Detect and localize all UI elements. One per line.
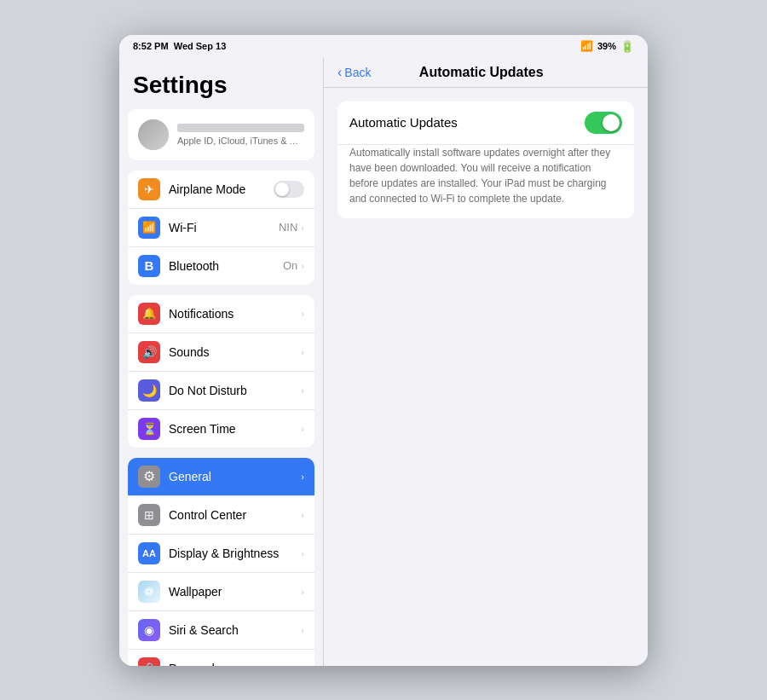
profile-avatar [138,119,169,150]
notifications-label: Notifications [169,307,301,321]
auto-update-row: Automatic Updates [337,101,634,144]
sidebar-item-general[interactable]: ⚙ General › [128,458,314,496]
passcode-icon: 🔒 [138,657,160,666]
donotdisturb-label: Do Not Disturb [169,384,301,397]
battery-icon: 🔋 [620,40,634,53]
sidebar-item-bluetooth[interactable]: B Bluetooth On › [128,247,314,285]
general-icon: ⚙ [138,466,160,488]
status-time: 8:52 PM Wed Sep 13 [133,41,226,51]
detail-pane: ‹ Back Automatic Updates Automatic Updat… [324,58,648,666]
toggle-knob [603,114,620,131]
wifi-icon: 📶 [580,40,593,52]
wifi-value: NIN [279,221,297,234]
screentime-label: Screen Time [169,422,301,436]
airplane-label: Airplane Mode [169,182,274,196]
sidebar-item-sirisearch[interactable]: ◉ Siri & Search › [128,611,314,650]
sidebar-item-airplane[interactable]: ✈ Airplane Mode [128,171,314,209]
donotdisturb-icon: 🌙 [138,379,160,402]
wifi-chevron: › [301,223,304,233]
notifications-icon: 🔔 [138,303,160,325]
settings-group-notifications: 🔔 Notifications › 🔊 Sounds › 🌙 Do Not Di… [128,295,314,448]
displaybrightness-label: Display & Brightness [169,547,301,560]
auto-update-description: Automatically install software updates o… [337,144,634,218]
detail-title: Automatic Updates [371,65,591,80]
bluetooth-chevron: › [301,261,304,271]
controlcenter-icon: ⊞ [138,504,160,526]
sounds-label: Sounds [169,345,301,359]
status-right: 📶 39% 🔋 [580,40,634,53]
profile-sub: Apple ID, iCloud, iTunes & App St... [177,136,304,146]
detail-body: Automatic Updates Automatically install … [324,88,648,232]
wallpaper-chevron: › [301,587,304,597]
sidebar-item-wallpaper[interactable]: ❁ Wallpaper › [128,573,314,611]
sounds-chevron: › [301,347,304,357]
screentime-icon: ⏳ [138,418,160,440]
airplane-toggle[interactable] [274,181,304,198]
wallpaper-label: Wallpaper [169,585,301,599]
screentime-chevron: › [301,424,304,434]
detail-nav: ‹ Back Automatic Updates [324,58,648,88]
controlcenter-chevron: › [301,510,304,520]
wallpaper-icon: ❁ [138,581,160,603]
sounds-icon: 🔊 [138,341,160,363]
back-button[interactable]: ‹ Back [337,65,371,80]
controlcenter-label: Control Center [169,508,301,522]
wifi-settings-icon: 📶 [138,217,160,239]
back-chevron-icon: ‹ [337,65,342,80]
auto-updates-card: Automatic Updates Automatically install … [337,101,634,218]
sirisearch-label: Siri & Search [169,623,301,637]
sidebar-item-displaybrightness[interactable]: AA Display & Brightness › [128,535,314,573]
general-chevron: › [301,471,304,482]
profile-section[interactable]: Apple ID, iCloud, iTunes & App St... [128,109,314,160]
battery-percentage: 39% [597,41,616,51]
sirisearch-icon: ◉ [138,619,160,641]
passcode-label: Passcode [169,662,301,666]
sidebar-item-wifi[interactable]: 📶 Wi-Fi NIN › [128,209,314,247]
sidebar: Settings Apple ID, iCloud, iTunes & App … [119,58,324,666]
displaybrightness-chevron: › [301,548,304,558]
settings-group-general: ⚙ General › ⊞ Control Center › AA Displa… [128,458,314,666]
bluetooth-icon: B [138,255,160,277]
main-content: Settings Apple ID, iCloud, iTunes & App … [119,58,648,666]
sidebar-item-passcode[interactable]: 🔒 Passcode › [128,650,314,666]
sidebar-item-donotdisturb[interactable]: 🌙 Do Not Disturb › [128,372,314,410]
sidebar-title: Settings [119,58,323,109]
back-label: Back [344,66,371,79]
displaybrightness-icon: AA [138,542,160,564]
general-label: General [169,470,301,483]
status-bar: 8:52 PM Wed Sep 13 📶 39% 🔋 [119,35,648,58]
bluetooth-label: Bluetooth [169,259,283,273]
sidebar-item-controlcenter[interactable]: ⊞ Control Center › [128,496,314,535]
notifications-chevron: › [301,309,304,319]
profile-info: Apple ID, iCloud, iTunes & App St... [177,124,304,146]
airplane-icon: ✈ [138,178,160,200]
wifi-label: Wi-Fi [169,221,279,234]
sidebar-item-sounds[interactable]: 🔊 Sounds › [128,333,314,372]
sidebar-item-notifications[interactable]: 🔔 Notifications › [128,295,314,333]
donotdisturb-chevron: › [301,385,304,396]
sidebar-item-screentime[interactable]: ⏳ Screen Time › [128,410,314,448]
profile-name-blur [177,124,304,132]
passcode-chevron: › [301,663,304,666]
auto-update-toggle[interactable] [585,112,622,134]
auto-update-label: Automatic Updates [349,115,585,130]
sirisearch-chevron: › [301,625,304,635]
ipad-frame: 8:52 PM Wed Sep 13 📶 39% 🔋 Settings Appl… [119,35,648,666]
settings-group-connectivity: ✈ Airplane Mode 📶 Wi-Fi NIN › B Bluetoot… [128,171,314,285]
bluetooth-value: On [283,259,297,272]
